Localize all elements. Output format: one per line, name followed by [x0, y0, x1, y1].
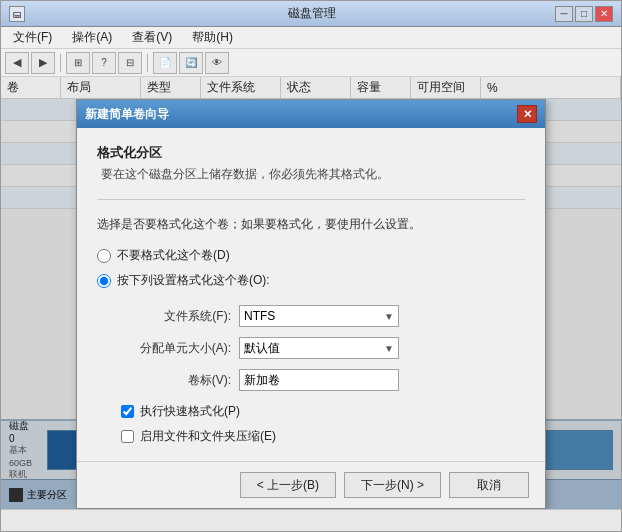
toolbar-btn-1[interactable]: ⊞ — [66, 52, 90, 74]
volume-input[interactable] — [239, 369, 399, 391]
back-button[interactable]: < 上一步(B) — [240, 472, 336, 498]
col-status: 状态 — [281, 77, 351, 98]
status-bar — [1, 509, 621, 531]
col-volume: 卷 — [1, 77, 61, 98]
menu-bar: 文件(F) 操作(A) 查看(V) 帮助(H) — [1, 27, 621, 49]
dialog-title: 新建简单卷向导 — [85, 106, 169, 123]
menu-view[interactable]: 查看(V) — [124, 27, 180, 48]
volume-row: 卷标(V): — [121, 369, 525, 391]
cancel-button[interactable]: 取消 — [449, 472, 529, 498]
content-area: 磁盘0基本60GB联机 系统 主要分区 新建简单卷向导 ✕ — [1, 99, 621, 509]
col-filesystem: 文件系统 — [201, 77, 281, 98]
alloc-row: 分配单元大小(A): 默认值 ▼ — [121, 337, 525, 359]
format-dialog: 新建简单卷向导 ✕ 格式化分区 要在这个磁盘分区上储存数据，你必须先将其格式化。… — [76, 99, 546, 509]
forward-button[interactable]: ▶ — [31, 52, 55, 74]
alloc-arrow: ▼ — [384, 343, 394, 354]
toolbar-separator-2 — [147, 54, 148, 72]
col-percent: % — [481, 77, 621, 98]
col-layout: 布局 — [61, 77, 141, 98]
toolbar-btn-3[interactable]: ⊟ — [118, 52, 142, 74]
toolbar: ◀ ▶ ⊞ ? ⊟ 📄 🔄 👁 — [1, 49, 621, 77]
alloc-value: 默认值 — [244, 340, 280, 357]
toolbar-btn-2[interactable]: ? — [92, 52, 116, 74]
dialog-divider — [97, 199, 525, 200]
volume-label: 卷标(V): — [121, 372, 231, 389]
radio-do-format-input[interactable] — [97, 274, 111, 288]
checkbox-group: 执行快速格式化(P) 启用文件和文件夹压缩(E) — [97, 403, 525, 445]
menu-action[interactable]: 操作(A) — [64, 27, 120, 48]
radio-group: 不要格式化这个卷(D) 按下列设置格式化这个卷(O): — [97, 247, 525, 289]
dialog-overlay: 新建简单卷向导 ✕ 格式化分区 要在这个磁盘分区上储存数据，你必须先将其格式化。… — [1, 99, 621, 509]
alloc-select[interactable]: 默认值 ▼ — [239, 337, 399, 359]
filesystem-select[interactable]: NTFS ▼ — [239, 305, 399, 327]
main-window: 🖴 磁盘管理 ─ □ ✕ 文件(F) 操作(A) 查看(V) 帮助(H) ◀ ▶… — [0, 0, 622, 532]
col-capacity: 容量 — [351, 77, 411, 98]
radio-do-format[interactable]: 按下列设置格式化这个卷(O): — [97, 272, 525, 289]
quick-format-label: 执行快速格式化(P) — [140, 403, 240, 420]
filesystem-arrow: ▼ — [384, 311, 394, 322]
filesystem-row: 文件系统(F): NTFS ▼ — [121, 305, 525, 327]
dialog-body: 格式化分区 要在这个磁盘分区上储存数据，你必须先将其格式化。 选择是否要格式化这… — [77, 128, 545, 461]
dialog-question: 选择是否要格式化这个卷；如果要格式化，要使用什么设置。 — [97, 216, 525, 233]
close-button[interactable]: ✕ — [595, 6, 613, 22]
filesystem-value: NTFS — [244, 309, 275, 323]
maximize-button[interactable]: □ — [575, 6, 593, 22]
dialog-section-title: 格式化分区 — [97, 144, 525, 162]
compress-label: 启用文件和文件夹压缩(E) — [140, 428, 276, 445]
title-bar: 🖴 磁盘管理 ─ □ ✕ — [1, 1, 621, 27]
quick-format-checkbox[interactable]: 执行快速格式化(P) — [121, 403, 525, 420]
dialog-close-button[interactable]: ✕ — [517, 105, 537, 123]
toolbar-btn-4[interactable]: 📄 — [153, 52, 177, 74]
radio-do-format-label: 按下列设置格式化这个卷(O): — [117, 272, 270, 289]
window-controls: ─ □ ✕ — [555, 6, 613, 22]
back-button[interactable]: ◀ — [5, 52, 29, 74]
toolbar-btn-6[interactable]: 👁 — [205, 52, 229, 74]
filesystem-label: 文件系统(F): — [121, 308, 231, 325]
compress-checkbox[interactable]: 启用文件和文件夹压缩(E) — [121, 428, 525, 445]
radio-no-format-input[interactable] — [97, 249, 111, 263]
menu-help[interactable]: 帮助(H) — [184, 27, 241, 48]
format-options: 文件系统(F): NTFS ▼ 分配单元大小(A): 默认值 ▼ — [97, 305, 525, 391]
toolbar-btn-5[interactable]: 🔄 — [179, 52, 203, 74]
dialog-title-bar: 新建简单卷向导 ✕ — [77, 100, 545, 128]
col-type: 类型 — [141, 77, 201, 98]
col-free: 可用空间 — [411, 77, 481, 98]
minimize-button[interactable]: ─ — [555, 6, 573, 22]
dialog-footer: < 上一步(B) 下一步(N) > 取消 — [77, 461, 545, 508]
toolbar-separator-1 — [60, 54, 61, 72]
table-header: 卷 布局 类型 文件系统 状态 容量 可用空间 % — [1, 77, 621, 99]
alloc-label: 分配单元大小(A): — [121, 340, 231, 357]
compress-input[interactable] — [121, 430, 134, 443]
next-button[interactable]: 下一步(N) > — [344, 472, 441, 498]
menu-file[interactable]: 文件(F) — [5, 27, 60, 48]
window-icon: 🖴 — [9, 6, 25, 22]
radio-no-format[interactable]: 不要格式化这个卷(D) — [97, 247, 525, 264]
dialog-section-desc: 要在这个磁盘分区上储存数据，你必须先将其格式化。 — [97, 166, 525, 183]
window-title: 磁盘管理 — [69, 5, 555, 22]
quick-format-input[interactable] — [121, 405, 134, 418]
radio-no-format-label: 不要格式化这个卷(D) — [117, 247, 230, 264]
